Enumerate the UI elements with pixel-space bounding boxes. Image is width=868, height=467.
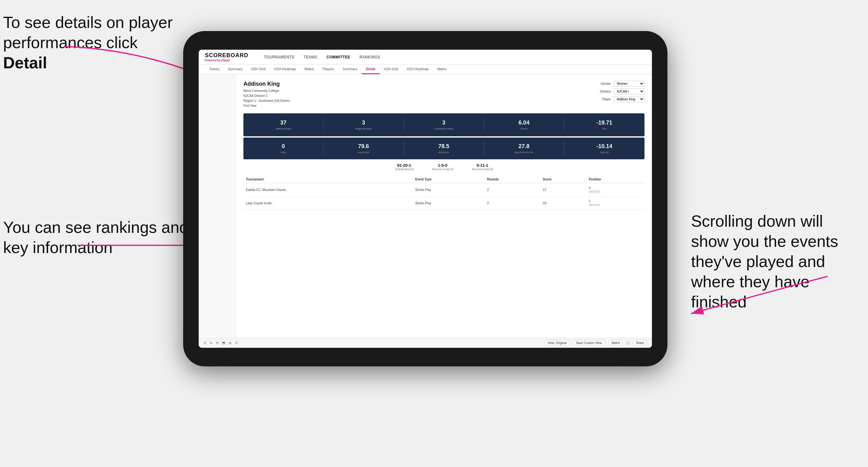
records-row: 91-20-1 Overall Record 1-5-0 Record vs t…	[243, 163, 645, 171]
top-nav: SCOREBOARD Powered by clippd TOURNAMENTS…	[199, 50, 652, 65]
subnav-h2hgrid2[interactable]: H2H Grid	[380, 65, 403, 74]
share-button[interactable]: Share	[633, 340, 647, 346]
bottom-toolbar: ↺ ↻ ⟳ ⬒ ⊟ ⏱ View: Original Save Custom V…	[199, 338, 652, 348]
annotation-detail-bold: Detail	[3, 54, 47, 72]
subnav-matrix2[interactable]: Matrix	[433, 65, 451, 74]
toolbar-undo-icon[interactable]: ↺	[204, 341, 206, 345]
record-top25-value: 1-5-0	[432, 163, 453, 168]
position-1: 4 out of 20	[586, 183, 645, 196]
watch-button[interactable]: Watch	[609, 340, 623, 346]
toolbar-refresh-icon[interactable]: ⟳	[216, 341, 219, 345]
stat-wins-value: 0	[247, 143, 319, 150]
stat-avg-score-par-value: 27.8	[488, 143, 560, 150]
stat-sos-value: -19.71	[568, 120, 641, 126]
gender-control: Gender Women	[601, 81, 645, 87]
subnav-teams[interactable]: Teams	[205, 65, 223, 74]
record-top25-label: Record vs top 25	[432, 168, 453, 171]
tournament-empty-1	[396, 183, 412, 196]
toolbar-clock-icon: ⏱	[235, 341, 238, 345]
rounds-1: 2	[485, 183, 540, 196]
col-tournament: Tournament	[243, 176, 396, 183]
toolbar-icon3: ⊟	[229, 341, 231, 345]
record-top25: 1-5-0 Record vs top 25	[432, 163, 453, 171]
stat-avg-score: 79.6 Avg Score	[323, 141, 404, 156]
subnav-h2hheatmap2[interactable]: H2H Heatmap	[403, 65, 433, 74]
gender-select[interactable]: Women	[614, 81, 645, 87]
toolbar-icon2: ⬒	[222, 341, 225, 345]
stat-sos-label: SoS	[568, 127, 641, 130]
division-label: Division	[600, 90, 611, 93]
stat-avg-score-par: 27.8 Avg Score to Par	[484, 141, 564, 156]
stat-national-rank-value: 37	[247, 120, 319, 126]
stat-points-label: Points	[488, 127, 560, 130]
player-year: First Year	[243, 104, 256, 107]
score-2: 16	[540, 196, 586, 210]
record-top50: 5-11-1 Record vs top 50	[472, 163, 493, 171]
stat-regional-rank-label: Regional Rank	[327, 127, 400, 130]
stat-conference-rank: 3 Conference Rank	[404, 117, 484, 132]
rounds-2: 2	[485, 196, 540, 210]
record-overall: 91-20-1 Overall Record	[395, 163, 413, 171]
logo-text: SCOREBOARD	[205, 52, 248, 59]
annotation-scrolling: Scrolling down will show you the events …	[691, 211, 865, 312]
event-type-1: Stroke Play	[412, 183, 485, 196]
nav-teams[interactable]: TEAMS	[304, 54, 317, 61]
save-custom-button[interactable]: Save Custom View	[573, 340, 605, 346]
stat-adj-score-value: 78.5	[408, 143, 480, 150]
subnav-players[interactable]: Players	[318, 65, 338, 74]
record-overall-label: Overall Record	[395, 168, 413, 171]
annotation-detail: To see details on player performances cl…	[3, 12, 214, 73]
stat-avg-score-value: 79.6	[327, 143, 400, 150]
subnav-summary1[interactable]: Summary	[223, 65, 247, 74]
nav-rankings[interactable]: RANKINGS	[360, 54, 380, 61]
stat-avg-sg: -10.14 Avg SG	[564, 141, 645, 156]
player-select[interactable]: Addison King	[614, 96, 645, 102]
event-type-2: Stroke Play	[412, 196, 485, 210]
annotation-scrolling-text: Scrolling down will show you the events …	[691, 212, 838, 311]
player-control: Player Addison King	[602, 96, 645, 102]
tournament-empty-2	[396, 196, 412, 210]
col-rounds: Rounds	[485, 176, 540, 183]
view-original-button[interactable]: View: Original	[545, 340, 570, 346]
stat-avg-score-par-label: Avg Score to Par	[488, 151, 560, 154]
position-2: 7 out of 20	[586, 196, 645, 210]
player-controls: Gender Women Division NJCAA I	[600, 81, 645, 108]
division-select[interactable]: NJCAA I	[614, 89, 645, 94]
player-label: Player	[602, 97, 611, 101]
tablet-screen: SCOREBOARD Powered by clippd TOURNAMENTS…	[199, 50, 652, 348]
player-region: Region 1 - Southwest (18) District	[243, 99, 290, 102]
stat-sos: -19.71 SoS	[564, 117, 645, 132]
subnav-matrix1[interactable]: Matrix	[300, 65, 318, 74]
player-college: Mesa Community College	[243, 89, 279, 93]
subnav-detail[interactable]: Detail	[362, 65, 380, 74]
annotation-rankings: You can see rankings and key information	[3, 217, 195, 258]
player-division: NJCAA Division 1	[243, 94, 268, 97]
toolbar-redo-icon[interactable]: ↻	[210, 341, 212, 345]
subnav-h2hheatmap1[interactable]: H2H Heatmap	[270, 65, 300, 74]
col-position: Position	[586, 176, 645, 183]
record-top50-label: Record vs top 50	[472, 168, 493, 171]
stat-national-rank: 37 National Rank	[243, 117, 323, 132]
toolbar-share-icon: ⬡	[626, 341, 629, 345]
record-overall-value: 91-20-1	[395, 163, 413, 168]
stat-adj-score-label: Adj Score	[408, 151, 480, 154]
player-info: Addison King Mesa Community College NJCA…	[243, 81, 290, 108]
gender-label: Gender	[601, 82, 611, 85]
stat-points: 6.04 Points	[484, 117, 564, 132]
subnav-summary2[interactable]: Summary	[338, 65, 362, 74]
division-control: Division NJCAA I	[600, 89, 645, 94]
subnav-h2hgrid1[interactable]: H2H Grid	[247, 65, 270, 74]
player-header: Addison King Mesa Community College NJCA…	[243, 81, 645, 108]
content-panel: Addison King Mesa Community College NJCA…	[236, 74, 652, 338]
tournament-name-2: Lady Coyote Invite	[243, 196, 396, 210]
table-row: Lady Coyote Invite Stroke Play 2 16 7 ou…	[243, 196, 645, 210]
nav-tournaments[interactable]: TOURNAMENTS	[264, 54, 294, 61]
stats-grid-2: 0 Wins 79.6 Avg Score 78.5 Adj Score 27.…	[243, 137, 645, 159]
logo-area: SCOREBOARD Powered by clippd	[205, 52, 248, 62]
stat-conference-rank-label: Conference Rank	[408, 127, 480, 130]
stats-grid-1: 37 National Rank 3 Regional Rank 3 Confe…	[243, 113, 645, 136]
annotation-detail-text: To see details on player performances cl…	[3, 13, 173, 52]
nav-committee[interactable]: COMMITTEE	[327, 54, 350, 61]
tablet-frame: SCOREBOARD Powered by clippd TOURNAMENTS…	[183, 31, 668, 366]
col-empty	[396, 176, 412, 183]
